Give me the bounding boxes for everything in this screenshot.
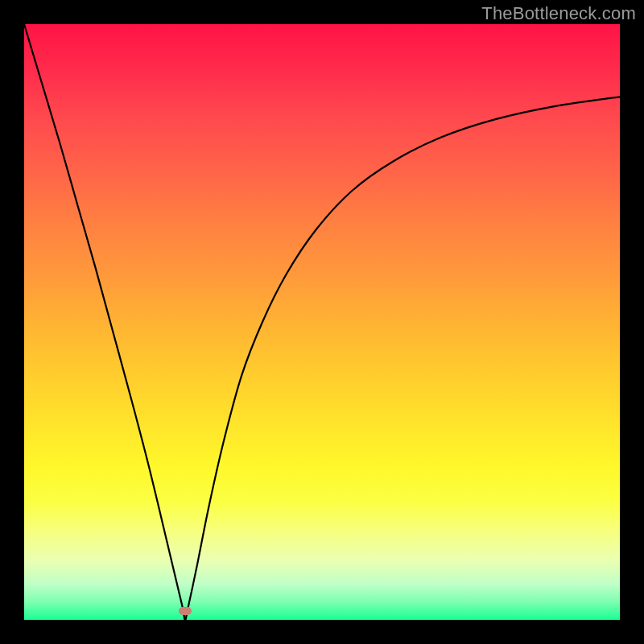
minimum-marker	[179, 607, 192, 615]
bottleneck-curve	[24, 24, 620, 620]
chart-frame: TheBottleneck.com	[0, 0, 644, 644]
plot-area	[24, 24, 620, 620]
watermark-text: TheBottleneck.com	[481, 3, 636, 24]
